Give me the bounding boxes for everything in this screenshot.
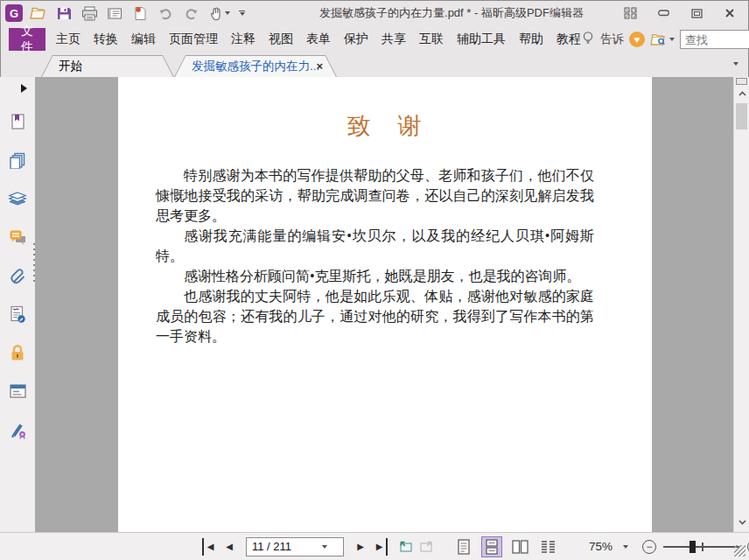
save-floppy-icon [57, 6, 72, 21]
main-area: 致 谢 特别感谢为本书的写作提供帮助的父母、老师和孩子们，他们不仅慷慨地接受我的… [0, 77, 749, 532]
zoom-slider-thumb[interactable] [690, 541, 696, 553]
folder-search-caret-icon [669, 38, 675, 41]
continuous-view-button[interactable] [481, 536, 502, 557]
next-view-button[interactable] [419, 538, 434, 556]
security-panel-button[interactable] [8, 343, 27, 362]
hand-tool-button[interactable] [206, 4, 233, 23]
page-number-box[interactable] [246, 537, 344, 556]
foxit-logo-icon[interactable]: G [5, 4, 23, 22]
hand-tool-dropdown-caret[interactable] [225, 11, 230, 15]
sign-panel-button[interactable] [8, 420, 27, 439]
tell-me-label[interactable]: 告诉 [600, 32, 624, 47]
search-input[interactable] [685, 33, 749, 46]
menu-form[interactable]: 表单 [306, 32, 331, 47]
search-box[interactable] [680, 30, 749, 49]
lightbulb-icon[interactable] [581, 31, 595, 49]
heart-icon[interactable]: ♥ [629, 32, 645, 47]
navigation-panel-rail [0, 77, 35, 532]
expand-panel-icon[interactable] [21, 84, 27, 93]
undo-arrow-icon [158, 7, 173, 20]
zoom-level-value[interactable]: 75% [581, 540, 612, 553]
redo-arrow-icon [184, 7, 199, 20]
sign-pen-icon [9, 421, 27, 439]
previous-view-icon [398, 540, 413, 553]
undo-button[interactable] [156, 4, 175, 23]
scroll-up-button[interactable] [734, 88, 749, 100]
previous-page-button[interactable]: ◀ [222, 538, 236, 556]
menu-edit[interactable]: 编辑 [131, 32, 156, 47]
layers-panel-button[interactable] [8, 189, 27, 208]
tab-start[interactable]: 开始 [41, 55, 174, 77]
print-button[interactable] [80, 4, 99, 23]
menu-tutorial[interactable]: 教程 [556, 32, 581, 47]
tab-document[interactable]: 发掘敏感孩子的内在力... × [174, 55, 337, 77]
pages-icon [9, 151, 26, 169]
zoom-dropdown-caret-icon[interactable] [623, 545, 628, 549]
page-number-input[interactable] [247, 540, 322, 553]
quick-access-toolbar: G [5, 4, 245, 23]
zoom-controls: 75% − + [581, 540, 749, 554]
menu-help[interactable]: 帮助 [519, 32, 543, 47]
foxit-pdf-editor-window: G [0, 0, 749, 560]
minimize-button[interactable] [656, 6, 670, 20]
close-button[interactable] [723, 6, 737, 20]
paperclip-icon [9, 267, 27, 285]
previous-view-button[interactable] [398, 538, 413, 556]
page-display-modes [453, 536, 558, 557]
facing-view-button[interactable] [509, 536, 530, 557]
tab-list-dropdown-icon[interactable] [733, 62, 738, 66]
menu-right-tools: 告诉 ♥ ◁ ▶ [581, 30, 749, 49]
scrollbar-thumb[interactable] [736, 103, 747, 130]
attachments-panel-button[interactable] [8, 266, 27, 285]
create-pdf-button[interactable] [130, 4, 150, 23]
scroll-down-button[interactable] [734, 516, 749, 528]
folder-search-button[interactable] [650, 33, 675, 46]
menu-share[interactable]: 共享 [382, 32, 406, 47]
menu-accessibility[interactable]: 辅助工具 [457, 32, 506, 47]
save-button[interactable] [54, 4, 74, 23]
restore-button[interactable] [690, 6, 704, 20]
continuous-page-icon [486, 539, 498, 555]
lock-icon [9, 344, 26, 361]
menu-convert[interactable]: 转换 [94, 32, 118, 47]
form-fields-icon [9, 383, 27, 399]
email-button[interactable] [105, 4, 124, 23]
document-canvas[interactable]: 致 谢 特别感谢为本书的写作提供帮助的父母、老师和孩子们，他们不仅慷慨地接受我的… [35, 77, 733, 532]
pdf-page[interactable]: 致 谢 特别感谢为本书的写作提供帮助的父母、老师和孩子们，他们不仅慷慨地接受我的… [118, 77, 652, 532]
open-file-button[interactable] [29, 4, 48, 23]
menu-organize[interactable]: 页面管理 [169, 32, 218, 47]
comments-panel-button[interactable] [8, 228, 27, 247]
menu-connect[interactable]: 互联 [419, 32, 444, 47]
menu-items: 主页 转换 编辑 页面管理 注释 视图 表单 保护 共享 互联 辅助工具 帮助 … [56, 32, 581, 47]
window-resize-grip[interactable] [734, 545, 746, 556]
next-page-button[interactable]: ▶ [354, 538, 368, 556]
customize-quick-access-button[interactable] [239, 10, 245, 17]
menu-file[interactable]: 文件 [9, 28, 46, 51]
arrange-windows-button[interactable] [623, 6, 637, 20]
first-page-button[interactable]: ◀ [202, 538, 216, 556]
zoom-out-button[interactable]: − [642, 540, 656, 554]
tab-close-icon[interactable]: × [316, 60, 323, 73]
menu-view[interactable]: 视图 [269, 32, 293, 47]
continuous-facing-view-button[interactable] [537, 536, 558, 557]
open-folder-icon [30, 6, 47, 20]
next-view-icon [419, 540, 434, 553]
single-page-view-button[interactable] [453, 536, 474, 557]
split-view-handle[interactable] [736, 78, 747, 85]
folder-search-icon [650, 33, 667, 46]
zoom-slider[interactable] [663, 540, 740, 554]
fields-panel-button[interactable] [8, 382, 27, 401]
printer-icon [81, 6, 98, 21]
digital-signatures-panel-button[interactable] [8, 304, 27, 324]
bookmarks-panel-button[interactable] [8, 112, 27, 131]
menu-protect[interactable]: 保护 [344, 32, 368, 47]
last-page-button[interactable]: ▶ [374, 538, 388, 556]
menu-bar: 文件 主页 转换 编辑 页面管理 注释 视图 表单 保护 共享 互联 辅助工具 … [0, 26, 749, 52]
redo-button[interactable] [181, 4, 200, 23]
page-number-caret-icon[interactable] [322, 545, 327, 549]
menu-comment[interactable]: 注释 [231, 32, 256, 47]
menu-home[interactable]: 主页 [56, 32, 80, 47]
page-thumbnails-panel-button[interactable] [8, 150, 27, 170]
email-document-icon [107, 7, 122, 20]
vertical-scrollbar[interactable] [733, 77, 749, 532]
